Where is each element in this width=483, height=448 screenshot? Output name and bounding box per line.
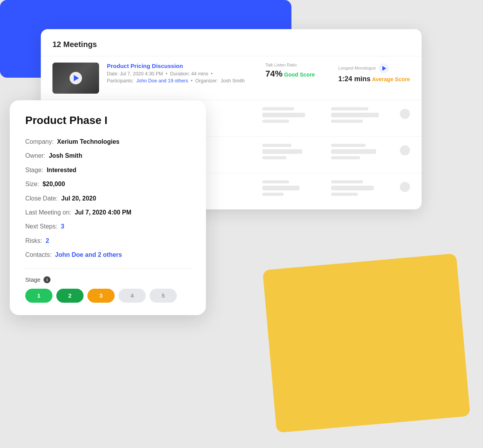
company-value: Xerium Technologies	[57, 138, 120, 145]
close-date-field: Close Date: Jul 20, 2020	[25, 194, 190, 203]
skel-stats-3	[262, 142, 410, 159]
yellow-background	[263, 253, 471, 433]
skel-stat	[262, 144, 316, 159]
size-field: Size: $20,000	[25, 180, 190, 188]
talk-listen-stat: Talk Listen Ratio 74%Good Score	[265, 63, 315, 83]
duration-label: Duration: 44 mins	[170, 71, 208, 77]
company-field: Company: Xerium Technologies	[25, 138, 190, 146]
meeting-stats: Talk Listen Ratio 74%Good Score Longest …	[265, 63, 410, 83]
divider	[25, 268, 190, 268]
organizer-prefix: Organizer:	[195, 78, 218, 84]
skel-stat	[262, 180, 316, 196]
meetings-title: 12 Meetings	[41, 40, 422, 56]
stage-pill-4[interactable]: 4	[119, 289, 146, 303]
contacts-label: Contacts:	[25, 251, 52, 258]
meeting-row-1: Product Pricing Discussion Date: Jul 7, …	[41, 56, 422, 100]
risks-label: Risks:	[25, 237, 42, 244]
participants-prefix: Participants:	[107, 78, 134, 84]
info-icon[interactable]: i	[44, 276, 51, 283]
contacts-field: Contacts: John Doe and 2 others	[25, 251, 190, 259]
stage-pill-3[interactable]: 3	[87, 289, 115, 303]
talk-listen-label: Talk Listen Ratio	[265, 63, 315, 67]
skel-stats-4	[262, 179, 410, 196]
skel-play	[400, 109, 410, 119]
meeting-participants-meta: Participants: John Doe and 19 others • O…	[107, 78, 258, 84]
stage-value: Interested	[47, 167, 76, 173]
organizer-name: Josh Smith	[221, 78, 245, 84]
good-score-badge: Good Score	[284, 71, 315, 78]
close-date-label: Close Date:	[25, 195, 58, 202]
meeting-title-link[interactable]: Product Pricing Discussion	[107, 63, 258, 69]
stage-label: Stage:	[25, 167, 43, 173]
stage-pill-5[interactable]: 5	[150, 289, 177, 303]
skel-stat	[331, 107, 384, 123]
risks-field: Risks: 2	[25, 237, 190, 245]
avg-score-badge: Average Score	[372, 76, 410, 82]
skel-stat	[262, 107, 316, 123]
stage-pill-2[interactable]: 2	[56, 289, 84, 303]
next-steps-field: Next Steps: 3	[25, 222, 190, 231]
skel-play	[400, 145, 410, 155]
meeting-thumbnail[interactable]	[52, 63, 99, 94]
skel-play	[400, 182, 410, 192]
close-date-value: Jul 20, 2020	[61, 195, 96, 202]
next-steps-label: Next Steps:	[25, 223, 58, 230]
size-value: $20,000	[42, 181, 65, 187]
owner-value: Josh Smith	[49, 152, 82, 159]
owner-label: Owner:	[25, 152, 45, 159]
last-meeting-label: Last Meeting on:	[25, 209, 71, 216]
stage-pills: 1 2 3 4 5	[25, 289, 190, 303]
company-label: Company:	[25, 138, 54, 145]
detail-card-title: Product Phase I	[25, 114, 190, 127]
thumbnail-play-button[interactable]	[70, 72, 82, 84]
talk-listen-value: 74%Good Score	[265, 69, 315, 79]
contacts-value[interactable]: John Doe and 2 others	[55, 251, 122, 258]
stage-section-label: Stage	[25, 276, 40, 283]
longest-monologue-label: Longest Monologue	[338, 66, 376, 70]
skel-stats-2	[262, 106, 410, 123]
monologue-play-button[interactable]	[379, 63, 389, 73]
meeting-info: Product Pricing Discussion Date: Jul 7, …	[107, 63, 258, 85]
meeting-date-meta: Date: Jul 7, 2020 4:30 PM • Duration: 44…	[107, 71, 258, 77]
stage-field: Stage: Interested	[25, 166, 190, 174]
last-meeting-field: Last Meeting on: Jul 7, 2020 4:00 PM	[25, 208, 190, 217]
participants-link[interactable]: John Doe and 19 others	[136, 78, 188, 84]
last-meeting-value: Jul 7, 2020 4:00 PM	[75, 209, 131, 216]
stage-pill-1[interactable]: 1	[25, 289, 52, 303]
skel-stat	[331, 144, 384, 159]
owner-field: Owner: Josh Smith	[25, 152, 190, 160]
size-label: Size:	[25, 181, 39, 187]
longest-monologue-stat: Longest Monologue 1:24 minsAverage Score	[338, 63, 410, 83]
detail-card: Product Phase I Company: Xerium Technolo…	[10, 100, 206, 315]
risks-value[interactable]: 2	[45, 237, 49, 244]
stage-section: Stage i 1 2 3 4 5	[25, 276, 190, 303]
longest-monologue-value: 1:24 minsAverage Score	[338, 75, 410, 83]
skel-stat	[331, 180, 384, 196]
date-label: Date: Jul 7, 2020 4:30 PM	[107, 71, 163, 77]
next-steps-value[interactable]: 3	[61, 223, 65, 230]
stage-label-row: Stage i	[25, 276, 190, 283]
